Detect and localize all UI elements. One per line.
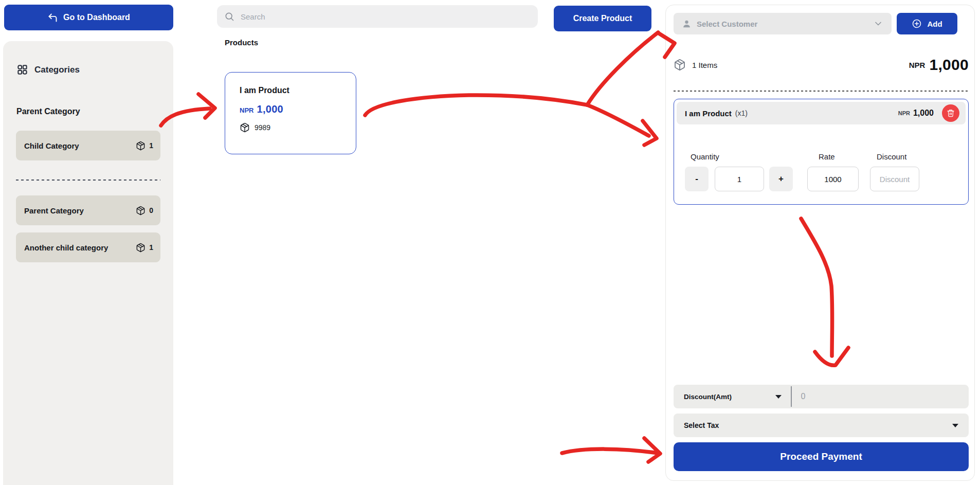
discount-type-label: Discount(Amt): [684, 393, 775, 401]
cart-item-qty-suffix: (x1): [735, 109, 748, 117]
categories-header: Categories: [16, 64, 80, 76]
rate-label: Rate: [819, 152, 835, 161]
product-price: NPR1,000: [240, 103, 341, 115]
category-item-label: Parent Category: [24, 206, 136, 215]
user-icon: [682, 19, 692, 29]
discount-type-dropdown[interactable]: Discount(Amt): [674, 393, 791, 401]
discount-input[interactable]: [870, 167, 919, 191]
category-divider: [16, 179, 160, 181]
cart-divider: [674, 91, 969, 92]
items-count-text: 1 Items: [692, 61, 717, 69]
category-count: 0: [136, 206, 153, 215]
quantity-label: Quantity: [691, 152, 719, 161]
package-icon: [136, 141, 146, 151]
proceed-payment-button[interactable]: Proceed Payment: [674, 442, 969, 471]
discount-label: Discount: [877, 152, 906, 161]
cart-item-currency: NPR: [898, 110, 910, 116]
category-group-label: Parent Category: [16, 107, 80, 116]
go-to-dashboard-label: Go to Dashboard: [63, 13, 130, 22]
cart-item-name: I am Product: [685, 109, 732, 118]
currency-label: NPR: [240, 106, 253, 114]
product-card[interactable]: I am Product NPR1,000 9989: [225, 72, 356, 154]
corner-up-left-icon: [47, 12, 58, 23]
search-box: [217, 5, 538, 28]
package-icon: [240, 122, 250, 133]
chevron-down-icon: [873, 19, 883, 29]
cart-items-summary: 1 Items NPR 1,000: [674, 53, 969, 76]
total-currency: NPR: [909, 61, 925, 69]
discount-amount-input[interactable]: [792, 392, 969, 401]
caret-down-icon: [952, 424, 958, 427]
package-icon: [136, 243, 146, 253]
plus-circle-icon: [912, 19, 922, 29]
rate-input[interactable]: [807, 167, 859, 191]
package-icon: [136, 206, 146, 215]
category-count: 1: [136, 243, 153, 253]
arrow-to-proceed-payment: [562, 438, 660, 462]
package-icon: [674, 59, 686, 71]
category-item-parent-category[interactable]: Parent Category 0: [16, 195, 160, 225]
products-heading: Products: [225, 38, 258, 47]
search-input[interactable]: [241, 12, 531, 21]
select-tax-dropdown[interactable]: Select Tax: [674, 414, 969, 437]
product-sku: 9989: [240, 122, 341, 133]
grid-icon: [16, 64, 28, 76]
category-item-another-child-category[interactable]: Another child category 1: [16, 232, 160, 262]
select-tax-label: Select Tax: [684, 421, 952, 429]
create-product-label: Create Product: [573, 14, 632, 23]
arrow-to-customer-and-cart: [365, 32, 675, 145]
quantity-decrement-button[interactable]: -: [685, 167, 709, 191]
select-customer-dropdown[interactable]: Select Customer: [674, 13, 892, 34]
quantity-increment-button[interactable]: +: [769, 167, 793, 191]
caret-down-icon: [775, 395, 782, 399]
cart-item-amount: 1,000: [913, 109, 934, 118]
category-item-child-category[interactable]: Child Category 1: [16, 131, 160, 160]
search-icon: [224, 11, 234, 22]
delete-item-button[interactable]: [942, 104, 959, 122]
category-item-label: Child Category: [24, 141, 136, 150]
categories-title: Categories: [34, 65, 80, 75]
cart-item-header: I am Product (x1) NPR 1,000: [677, 102, 966, 124]
trash-icon: [947, 109, 955, 117]
add-customer-button[interactable]: Add: [897, 13, 957, 34]
add-label: Add: [927, 20, 942, 28]
select-customer-placeholder: Select Customer: [697, 20, 868, 28]
pos-screen: Go to Dashboard Categories Parent Catego…: [0, 0, 980, 485]
category-count: 1: [136, 141, 153, 151]
category-item-label: Another child category: [24, 243, 136, 252]
create-product-button[interactable]: Create Product: [554, 6, 651, 31]
quantity-input[interactable]: [715, 167, 764, 191]
go-to-dashboard-button[interactable]: Go to Dashboard: [4, 5, 173, 30]
product-name: I am Product: [240, 86, 341, 95]
discount-type-row: Discount(Amt): [674, 385, 969, 408]
total-amount: 1,000: [929, 56, 969, 74]
proceed-payment-label: Proceed Payment: [780, 451, 862, 462]
